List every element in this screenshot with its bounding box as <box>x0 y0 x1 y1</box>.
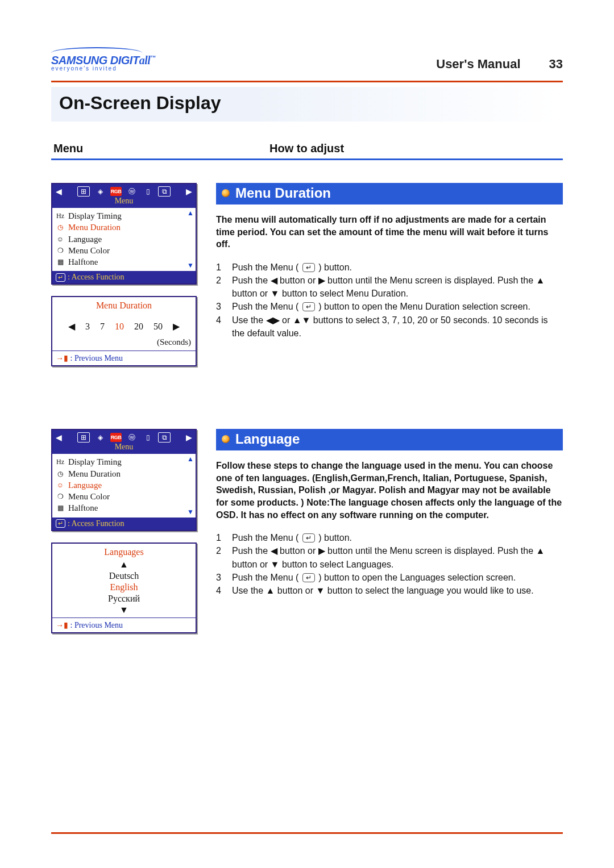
step-3: 3Push the Menu ( ↵ ) button to open the … <box>216 300 563 313</box>
osd-icon-row: ◀ ⊞ ◈ RGB ⓦ ▯ ⧉ ▶ <box>52 184 196 198</box>
osd-column: ◀ ⊞ ◈ RGB ⓦ ▯ ⧉ ▶ Menu ▲ ▼ <box>51 429 197 644</box>
brand-main: SAMSUNG DIGIT <box>51 54 139 66</box>
menu-item-menu-color[interactable]: ❍Menu Color <box>56 491 192 502</box>
page-number: 33 <box>540 57 563 72</box>
lang-deutsch[interactable]: Deutsch <box>109 571 139 581</box>
manual-page: SAMSUNG DIGITall™ everyone's invited Use… <box>0 0 614 868</box>
osd-access-bar: ↵ : Access Function <box>52 271 196 283</box>
nav-right-icon[interactable]: ▶ <box>173 321 180 332</box>
access-label: : Access Function <box>68 273 125 282</box>
header-right: User's Manual 33 <box>436 57 563 72</box>
osd-column: ◀ ⊞ ◈ RGB ⓦ ▯ ⧉ ▶ Menu ▲ ▼ <box>51 183 197 378</box>
osd-access-bar: ↵ : Access Function <box>52 518 196 530</box>
lang-english[interactable]: English <box>110 582 138 592</box>
osd-previous-bar[interactable]: →▮ : Previous Menu <box>52 350 196 365</box>
grid-icon: ▦ <box>56 257 65 266</box>
section-heading: Menu Duration <box>235 185 331 201</box>
scroll-up-icon[interactable]: ▲ <box>187 209 194 218</box>
enter-icon: ↵ <box>302 573 315 582</box>
step-3: 3Push the Menu ( ↵ ) button to open the … <box>216 571 563 584</box>
osd-tab-label: Menu <box>52 443 196 454</box>
brand-suffix: all <box>139 54 151 66</box>
lang-down-icon[interactable]: ▼ <box>119 605 128 615</box>
bullet-icon <box>222 189 230 197</box>
osd-icon-page[interactable]: ▯ <box>142 433 154 442</box>
hz-icon: Hz <box>56 211 65 220</box>
step-2: 2Push the ◀ button or ▶ button until the… <box>216 274 563 300</box>
duration-10[interactable]: 10 <box>115 322 124 332</box>
duration-20[interactable]: 20 <box>134 322 143 332</box>
bullet-icon <box>222 435 230 443</box>
osd-icon-bright[interactable]: ◈ <box>94 433 106 442</box>
menu-item-menu-duration[interactable]: ◷Menu Duration <box>56 468 192 479</box>
enter-key-icon: ↵ <box>56 519 65 528</box>
duration-3[interactable]: 3 <box>85 322 90 332</box>
face-icon: ☺ <box>56 235 65 244</box>
section-language: ◀ ⊞ ◈ RGB ⓦ ▯ ⧉ ▶ Menu ▲ ▼ <box>51 429 563 644</box>
osd-tab-label: Menu <box>52 197 196 208</box>
osd-icon-page[interactable]: ▯ <box>142 187 154 196</box>
osd-icon-pip[interactable]: ⧉ <box>158 432 171 443</box>
osd-icon-position[interactable]: ⊞ <box>77 432 90 443</box>
osd-menu-list: HzDisplay Timing ◷Menu Duration ☺Languag… <box>56 210 192 268</box>
menu-item-display-timing[interactable]: HzDisplay Timing <box>56 456 192 468</box>
enter-icon: ↵ <box>302 302 315 311</box>
panel-title: Languages <box>52 544 196 560</box>
scroll-down-icon[interactable]: ▼ <box>187 261 194 270</box>
exit-icon: →▮ <box>56 354 68 362</box>
step-4: 4Use the ◀▶ or ▲▼ buttons to select 3, 7… <box>216 314 563 340</box>
grid-icon: ▦ <box>56 503 65 512</box>
osd-icon-rgb[interactable]: RGB <box>110 187 122 196</box>
duration-unit: (Seconds) <box>52 335 196 350</box>
menu-item-menu-color[interactable]: ❍Menu Color <box>56 245 192 256</box>
duration-7[interactable]: 7 <box>100 322 105 332</box>
osd-previous-bar[interactable]: →▮ : Previous Menu <box>52 617 196 632</box>
menu-item-display-timing[interactable]: HzDisplay Timing <box>56 210 192 222</box>
menu-item-halftone[interactable]: ▦Halftone <box>56 256 192 268</box>
previous-label: : Previous Menu <box>70 621 123 629</box>
scroll-up-icon[interactable]: ▲ <box>187 455 194 464</box>
osd-icon-position[interactable]: ⊞ <box>77 186 90 197</box>
osd-icon-bright[interactable]: ◈ <box>94 187 106 196</box>
osd-main-menu: ◀ ⊞ ◈ RGB ⓦ ▯ ⧉ ▶ Menu ▲ ▼ <box>51 183 197 285</box>
scroll-down-icon[interactable]: ▼ <box>187 508 194 516</box>
section-header-menu-duration: Menu Duration <box>216 183 563 205</box>
nav-right-icon[interactable]: ▶ <box>186 433 192 443</box>
osd-language-panel: Languages ▲ Deutsch English Русский ▼ →▮… <box>51 542 197 633</box>
step-1: 1Push the Menu ( ↵ ) button. <box>216 261 563 274</box>
menu-item-halftone[interactable]: ▦Halftone <box>56 502 192 514</box>
enter-key-icon: ↵ <box>56 273 65 282</box>
col-header-menu: Menu <box>53 142 269 155</box>
panel-title: Menu Duration <box>52 297 196 319</box>
menu-item-language[interactable]: ☺Language <box>56 233 192 245</box>
manual-label: User's Manual <box>436 57 520 71</box>
menu-item-language[interactable]: ☺Language <box>56 479 192 491</box>
nav-left-icon[interactable]: ◀ <box>68 321 75 332</box>
lang-russian[interactable]: Русский <box>108 594 140 604</box>
face-icon: ☺ <box>56 481 65 490</box>
nav-right-icon[interactable]: ▶ <box>186 187 192 197</box>
nav-left-icon[interactable]: ◀ <box>56 187 62 197</box>
brand-tm: ™ <box>150 55 156 61</box>
section-intro: Follow these steps to change the languag… <box>216 460 563 521</box>
steps-list: 1Push the Menu ( ↵ ) button. 2Push the ◀… <box>216 531 563 597</box>
step-2: 2Push the ◀ button or ▶ button until the… <box>216 544 563 570</box>
clock-icon: ◷ <box>56 223 65 232</box>
duration-50[interactable]: 50 <box>154 322 163 332</box>
palette-icon: ❍ <box>56 246 65 255</box>
nav-left-icon[interactable]: ◀ <box>56 433 62 443</box>
osd-duration-panel: Menu Duration ◀ 3 7 10 20 50 ▶ (Seconds)… <box>51 296 197 366</box>
lang-up-icon[interactable]: ▲ <box>119 560 128 570</box>
text-column: Language Follow these steps to change th… <box>216 429 563 597</box>
col-header-adjust: How to adjust <box>269 142 557 155</box>
enter-icon: ↵ <box>302 533 315 542</box>
header-rule <box>51 81 563 82</box>
page-title-bar: On-Screen Display <box>51 87 563 122</box>
osd-icon-screen[interactable]: ⓦ <box>126 187 138 196</box>
section-intro: The menu will automatically turn off if … <box>216 214 563 251</box>
exit-icon: →▮ <box>56 621 68 629</box>
menu-item-menu-duration[interactable]: ◷Menu Duration <box>56 222 192 233</box>
osd-icon-rgb[interactable]: RGB <box>110 433 122 442</box>
osd-icon-screen[interactable]: ⓦ <box>126 433 138 442</box>
osd-icon-pip[interactable]: ⧉ <box>158 186 171 197</box>
